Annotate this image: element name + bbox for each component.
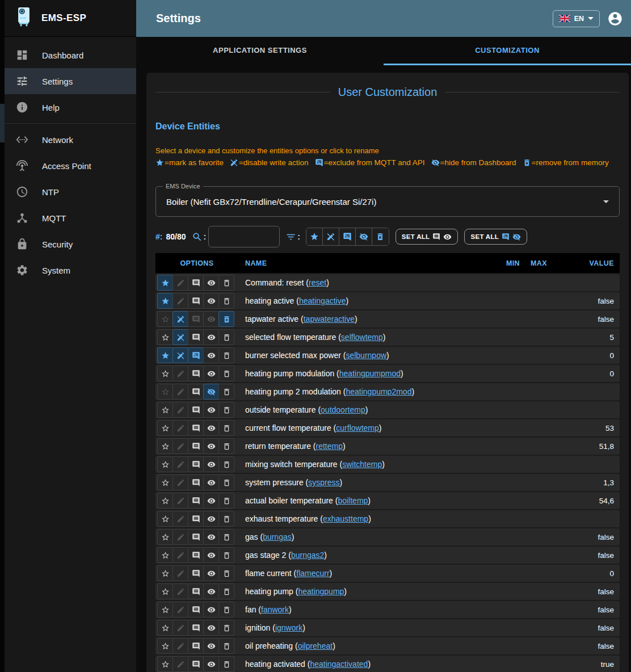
write-toggle[interactable]	[173, 293, 188, 309]
visibility-toggle[interactable]	[203, 511, 219, 527]
sidebar-item-access-point[interactable]: Access Point	[5, 153, 136, 179]
write-toggle[interactable]	[173, 511, 188, 527]
memory-toggle[interactable]	[218, 529, 234, 545]
sidebar-item-dashboard[interactable]: Dashboard	[5, 42, 136, 68]
entity-name[interactable]: fan (fanwork)	[238, 605, 493, 614]
sidebar-item-mqtt[interactable]: MQTT	[5, 205, 136, 231]
entity-name[interactable]: exhaust temperature (exhausttemp)	[238, 514, 493, 523]
favorite-toggle[interactable]	[157, 602, 173, 618]
tab-customization[interactable]: CUSTOMIZATION	[384, 37, 631, 65]
entity-shortname-link[interactable]: syspress	[308, 478, 339, 487]
favorite-toggle[interactable]	[157, 511, 173, 527]
entity-shortname-link[interactable]: ignwork	[275, 623, 302, 632]
favorite-toggle[interactable]	[157, 275, 173, 291]
entity-name[interactable]: heating pump 2 modulation (heatingpump2m…	[238, 387, 493, 396]
visibility-toggle[interactable]	[203, 565, 219, 581]
entity-shortname-link[interactable]: heatingactivated	[310, 660, 368, 669]
write-toggle[interactable]	[173, 638, 188, 654]
visibility-toggle[interactable]	[203, 474, 219, 490]
entity-name[interactable]: heating pump modulation (heatingpumpmod)	[238, 369, 493, 378]
entity-name[interactable]: outside temperature (outdoortemp)	[238, 405, 493, 414]
visibility-toggle[interactable]	[203, 311, 219, 327]
favorite-toggle[interactable]	[157, 311, 173, 327]
mqtt-api-toggle[interactable]	[188, 620, 204, 636]
entity-name[interactable]: mixing switch temperature (switchtemp)	[238, 460, 493, 469]
memory-toggle[interactable]	[218, 583, 234, 599]
mqtt-api-toggle[interactable]	[188, 565, 204, 581]
favorite-toggle[interactable]	[157, 547, 173, 563]
filter-eye-off-button[interactable]	[356, 228, 372, 245]
entity-shortname-link[interactable]: reset	[309, 278, 326, 287]
memory-toggle[interactable]	[218, 656, 234, 672]
filter-edit-off-button[interactable]	[323, 228, 339, 245]
language-selector[interactable]: EN	[553, 10, 600, 27]
mqtt-api-toggle[interactable]	[188, 583, 204, 599]
account-icon[interactable]	[607, 11, 623, 27]
memory-toggle[interactable]	[218, 511, 234, 527]
visibility-toggle[interactable]	[203, 438, 219, 454]
visibility-toggle[interactable]	[203, 656, 219, 672]
memory-toggle[interactable]	[218, 565, 234, 581]
entity-name[interactable]: flame current (flamecurr)	[238, 569, 493, 578]
filter-comment-off-button[interactable]	[339, 228, 356, 245]
mqtt-api-toggle[interactable]	[188, 438, 204, 454]
entity-shortname-link[interactable]: curflowtemp	[336, 423, 378, 432]
memory-toggle[interactable]	[218, 420, 234, 436]
entity-name[interactable]: current flow temperature (curflowtemp)	[238, 423, 493, 432]
write-toggle[interactable]	[173, 474, 188, 490]
memory-toggle[interactable]	[218, 456, 234, 472]
write-toggle[interactable]	[173, 402, 188, 418]
favorite-toggle[interactable]	[157, 656, 173, 672]
favorite-toggle[interactable]	[157, 620, 173, 636]
entity-name[interactable]: gas stage 2 (burngas2)	[238, 551, 493, 560]
visibility-toggle[interactable]	[203, 547, 219, 563]
entity-name[interactable]: gas (burngas)	[238, 532, 493, 541]
visibility-toggle[interactable]	[203, 602, 219, 618]
write-toggle[interactable]	[173, 602, 188, 618]
memory-toggle[interactable]	[218, 293, 234, 309]
favorite-toggle[interactable]	[157, 384, 173, 400]
write-toggle[interactable]	[173, 311, 188, 327]
memory-toggle[interactable]	[218, 347, 234, 363]
favorite-toggle[interactable]	[157, 583, 173, 599]
favorite-toggle[interactable]	[157, 420, 173, 436]
mqtt-api-toggle[interactable]	[188, 347, 204, 363]
entity-shortname-link[interactable]: outdoortemp	[321, 405, 365, 414]
entity-name[interactable]: system pressure (syspress)	[238, 478, 493, 487]
visibility-toggle[interactable]	[203, 329, 219, 345]
visibility-toggle[interactable]	[203, 384, 219, 400]
visibility-toggle[interactable]	[203, 529, 219, 545]
entity-name[interactable]: return temperature (rettemp)	[238, 442, 493, 451]
mqtt-api-toggle[interactable]	[188, 311, 204, 327]
visibility-toggle[interactable]	[203, 493, 219, 509]
filter-star-button[interactable]	[306, 228, 323, 245]
set-all-show-button[interactable]: SET ALL	[396, 229, 458, 245]
filter-trash-x-button[interactable]	[372, 228, 389, 245]
favorite-toggle[interactable]	[157, 366, 173, 381]
favorite-toggle[interactable]	[157, 456, 173, 472]
write-toggle[interactable]	[173, 456, 188, 472]
sidebar-item-network[interactable]: Network	[5, 127, 136, 153]
favorite-toggle[interactable]	[157, 638, 173, 654]
entity-shortname-link[interactable]: heatingpumpmod	[339, 369, 401, 378]
write-toggle[interactable]	[173, 547, 188, 563]
write-toggle[interactable]	[173, 493, 188, 509]
entity-shortname-link[interactable]: burngas	[263, 532, 292, 541]
write-toggle[interactable]	[173, 329, 188, 345]
memory-toggle[interactable]	[218, 438, 234, 454]
visibility-toggle[interactable]	[203, 620, 219, 636]
entity-shortname-link[interactable]: tapwateractive	[304, 314, 355, 324]
memory-toggle[interactable]	[218, 366, 234, 381]
write-toggle[interactable]	[173, 275, 188, 291]
write-toggle[interactable]	[173, 438, 188, 454]
entity-name[interactable]: oil preheating (oilpreheat)	[238, 641, 493, 650]
sidebar-item-system[interactable]: System	[5, 257, 136, 283]
memory-toggle[interactable]	[218, 620, 234, 636]
entity-name[interactable]: selected flow temperature (selflowtemp)	[238, 333, 493, 342]
visibility-toggle[interactable]	[203, 366, 219, 381]
entity-shortname-link[interactable]: heatingpump	[298, 587, 344, 596]
memory-toggle[interactable]	[218, 329, 234, 345]
memory-toggle[interactable]	[218, 384, 234, 400]
entity-name[interactable]: heating active (heatingactive)	[238, 296, 493, 305]
memory-toggle[interactable]	[218, 493, 234, 509]
